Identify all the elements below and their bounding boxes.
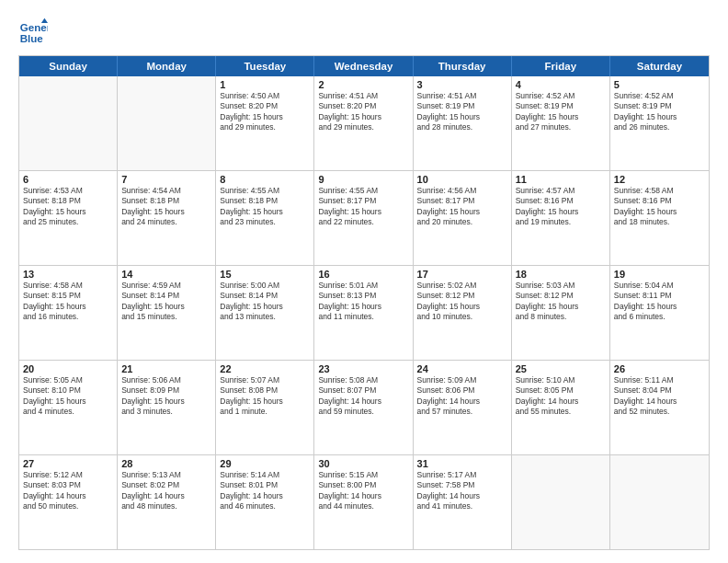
day-detail: Sunrise: 5:11 AMSunset: 8:04 PMDaylight:…	[614, 375, 705, 418]
calendar-week-1: 1Sunrise: 4:50 AMSunset: 8:20 PMDaylight…	[19, 76, 709, 170]
logo: General Blue	[18, 17, 48, 46]
day-number: 4	[516, 79, 606, 90]
day-number: 1	[220, 79, 310, 90]
day-detail: Sunrise: 4:55 AMSunset: 8:18 PMDaylight:…	[220, 186, 310, 228]
calendar-day-24: 24Sunrise: 5:09 AMSunset: 8:06 PMDayligh…	[414, 361, 512, 454]
weekday-header-saturday: Saturday	[610, 56, 709, 76]
calendar-body: 1Sunrise: 4:50 AMSunset: 8:20 PMDaylight…	[19, 76, 709, 549]
calendar: SundayMondayTuesdayWednesdayThursdayFrid…	[18, 55, 710, 550]
day-detail: Sunrise: 5:14 AMSunset: 8:01 PMDaylight:…	[220, 470, 310, 512]
calendar-day-10: 10Sunrise: 4:56 AMSunset: 8:17 PMDayligh…	[414, 171, 512, 265]
calendar-day-21: 21Sunrise: 5:06 AMSunset: 8:09 PMDayligh…	[118, 361, 216, 454]
calendar-day-3: 3Sunrise: 4:51 AMSunset: 8:19 PMDaylight…	[414, 76, 512, 170]
day-detail: Sunrise: 5:08 AMSunset: 8:07 PMDaylight:…	[318, 375, 408, 418]
weekday-header-friday: Friday	[512, 56, 610, 76]
calendar-week-2: 6Sunrise: 4:53 AMSunset: 8:18 PMDaylight…	[19, 170, 709, 265]
day-number: 27	[23, 458, 113, 469]
calendar-day-2: 2Sunrise: 4:51 AMSunset: 8:20 PMDaylight…	[314, 76, 413, 170]
day-detail: Sunrise: 4:55 AMSunset: 8:17 PMDaylight:…	[318, 186, 408, 228]
day-number: 19	[614, 269, 705, 280]
svg-text:Blue: Blue	[20, 33, 44, 44]
day-detail: Sunrise: 5:13 AMSunset: 8:02 PMDaylight:…	[121, 470, 211, 512]
calendar-day-30: 30Sunrise: 5:15 AMSunset: 8:00 PMDayligh…	[314, 455, 413, 549]
calendar-day-28: 28Sunrise: 5:13 AMSunset: 8:02 PMDayligh…	[118, 455, 216, 549]
weekday-header-thursday: Thursday	[414, 56, 512, 76]
day-number: 11	[516, 174, 606, 185]
calendar-day-4: 4Sunrise: 4:52 AMSunset: 8:19 PMDaylight…	[512, 76, 610, 170]
calendar-day-23: 23Sunrise: 5:08 AMSunset: 8:07 PMDayligh…	[314, 361, 413, 454]
day-number: 26	[614, 363, 705, 374]
day-number: 23	[318, 363, 408, 374]
calendar-day-5: 5Sunrise: 4:52 AMSunset: 8:19 PMDaylight…	[610, 76, 709, 170]
day-number: 18	[516, 269, 606, 280]
day-detail: Sunrise: 5:03 AMSunset: 8:12 PMDaylight:…	[516, 281, 606, 323]
day-number: 5	[614, 79, 705, 90]
day-detail: Sunrise: 4:50 AMSunset: 8:20 PMDaylight:…	[220, 91, 310, 133]
day-number: 25	[516, 363, 606, 374]
day-detail: Sunrise: 5:06 AMSunset: 8:09 PMDaylight:…	[121, 375, 211, 418]
weekday-header-wednesday: Wednesday	[314, 56, 413, 76]
calendar-day-7: 7Sunrise: 4:54 AMSunset: 8:18 PMDaylight…	[118, 171, 216, 265]
calendar-day-31: 31Sunrise: 5:17 AMSunset: 7:58 PMDayligh…	[414, 455, 512, 549]
calendar-day-empty	[610, 455, 709, 549]
calendar-week-5: 27Sunrise: 5:12 AMSunset: 8:03 PMDayligh…	[19, 454, 709, 549]
day-detail: Sunrise: 4:56 AMSunset: 8:17 PMDaylight:…	[417, 186, 507, 228]
day-detail: Sunrise: 5:17 AMSunset: 7:58 PMDaylight:…	[417, 470, 507, 512]
page-header: General Blue	[18, 17, 710, 46]
day-detail: Sunrise: 5:09 AMSunset: 8:06 PMDaylight:…	[417, 375, 507, 418]
day-number: 28	[121, 458, 211, 469]
calendar-day-empty	[118, 76, 216, 170]
day-detail: Sunrise: 5:10 AMSunset: 8:05 PMDaylight:…	[516, 375, 606, 418]
day-detail: Sunrise: 4:57 AMSunset: 8:16 PMDaylight:…	[516, 186, 606, 228]
day-detail: Sunrise: 5:12 AMSunset: 8:03 PMDaylight:…	[23, 470, 113, 512]
day-detail: Sunrise: 4:54 AMSunset: 8:18 PMDaylight:…	[121, 186, 211, 228]
day-number: 22	[220, 363, 310, 374]
day-number: 10	[417, 174, 507, 185]
calendar-header: SundayMondayTuesdayWednesdayThursdayFrid…	[19, 56, 709, 76]
calendar-day-6: 6Sunrise: 4:53 AMSunset: 8:18 PMDaylight…	[19, 171, 118, 265]
calendar-day-15: 15Sunrise: 5:00 AMSunset: 8:14 PMDayligh…	[216, 266, 314, 360]
day-detail: Sunrise: 4:52 AMSunset: 8:19 PMDaylight:…	[516, 91, 606, 133]
day-detail: Sunrise: 5:02 AMSunset: 8:12 PMDaylight:…	[417, 281, 507, 323]
day-detail: Sunrise: 4:52 AMSunset: 8:19 PMDaylight:…	[614, 91, 705, 133]
day-number: 2	[318, 79, 408, 90]
day-number: 13	[23, 269, 113, 280]
calendar-day-empty	[19, 76, 118, 170]
calendar-day-16: 16Sunrise: 5:01 AMSunset: 8:13 PMDayligh…	[314, 266, 413, 360]
day-number: 8	[220, 174, 310, 185]
calendar-day-13: 13Sunrise: 4:58 AMSunset: 8:15 PMDayligh…	[19, 266, 118, 360]
day-number: 20	[23, 363, 113, 374]
weekday-header-tuesday: Tuesday	[216, 56, 314, 76]
calendar-week-4: 20Sunrise: 5:05 AMSunset: 8:10 PMDayligh…	[19, 360, 709, 454]
day-number: 15	[220, 269, 310, 280]
calendar-day-22: 22Sunrise: 5:07 AMSunset: 8:08 PMDayligh…	[216, 361, 314, 454]
day-number: 6	[23, 174, 113, 185]
calendar-day-9: 9Sunrise: 4:55 AMSunset: 8:17 PMDaylight…	[314, 171, 413, 265]
day-detail: Sunrise: 4:51 AMSunset: 8:20 PMDaylight:…	[318, 91, 408, 133]
svg-marker-2	[41, 18, 48, 23]
day-detail: Sunrise: 5:15 AMSunset: 8:00 PMDaylight:…	[318, 470, 408, 512]
logo-icon: General Blue	[18, 17, 48, 46]
calendar-day-empty	[512, 455, 610, 549]
weekday-header-monday: Monday	[118, 56, 216, 76]
day-detail: Sunrise: 4:59 AMSunset: 8:14 PMDaylight:…	[121, 281, 211, 323]
day-detail: Sunrise: 5:04 AMSunset: 8:11 PMDaylight:…	[614, 281, 705, 323]
day-detail: Sunrise: 5:07 AMSunset: 8:08 PMDaylight:…	[220, 375, 310, 418]
calendar-week-3: 13Sunrise: 4:58 AMSunset: 8:15 PMDayligh…	[19, 265, 709, 360]
day-detail: Sunrise: 4:53 AMSunset: 8:18 PMDaylight:…	[23, 186, 113, 228]
calendar-day-26: 26Sunrise: 5:11 AMSunset: 8:04 PMDayligh…	[610, 361, 709, 454]
day-number: 17	[417, 269, 507, 280]
day-detail: Sunrise: 4:51 AMSunset: 8:19 PMDaylight:…	[417, 91, 507, 133]
day-number: 31	[417, 458, 507, 469]
day-detail: Sunrise: 4:58 AMSunset: 8:16 PMDaylight:…	[614, 186, 705, 228]
day-detail: Sunrise: 4:58 AMSunset: 8:15 PMDaylight:…	[23, 281, 113, 323]
calendar-day-14: 14Sunrise: 4:59 AMSunset: 8:14 PMDayligh…	[118, 266, 216, 360]
day-number: 29	[220, 458, 310, 469]
day-number: 3	[417, 79, 507, 90]
day-detail: Sunrise: 5:05 AMSunset: 8:10 PMDaylight:…	[23, 375, 113, 418]
calendar-day-12: 12Sunrise: 4:58 AMSunset: 8:16 PMDayligh…	[610, 171, 709, 265]
calendar-day-25: 25Sunrise: 5:10 AMSunset: 8:05 PMDayligh…	[512, 361, 610, 454]
day-number: 9	[318, 174, 408, 185]
day-number: 30	[318, 458, 408, 469]
calendar-day-20: 20Sunrise: 5:05 AMSunset: 8:10 PMDayligh…	[19, 361, 118, 454]
